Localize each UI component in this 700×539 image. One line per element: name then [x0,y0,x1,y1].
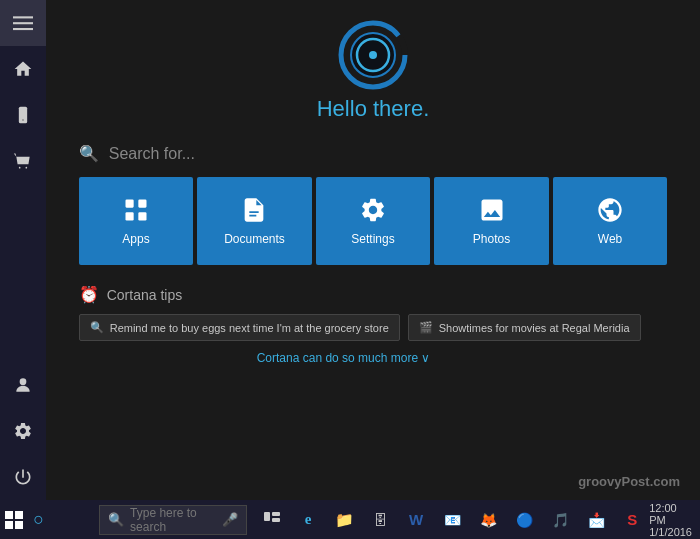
tile-documents-label: Documents [224,232,285,246]
svg-point-5 [20,378,27,385]
quick-access-tiles: Apps Documents Settings Photos [79,177,668,265]
cortana-tips-section: ⏰ Cortana tips 🔍 Remind me to buy eggs n… [79,285,668,365]
sidebar-power[interactable] [0,454,46,500]
svg-rect-15 [5,511,13,519]
sidebar-home[interactable] [0,46,46,92]
tile-settings[interactable]: Settings [316,177,431,265]
svg-rect-13 [125,212,133,220]
taskbar-explorer[interactable]: 📁 [327,503,361,537]
svg-rect-17 [5,521,13,529]
taskbar-search-placeholder: Type here to search [130,506,210,534]
main-content: Hello there. 🔍 Search for... Apps Docume… [46,0,700,500]
tips-pills-container: 🔍 Remind me to buy eggs next time I'm at… [79,314,668,341]
taskbar-s-app[interactable]: S [615,503,649,537]
svg-rect-19 [264,512,270,521]
tips-header-text: Cortana tips [107,287,182,303]
taskbar-search-icon: 🔍 [108,512,124,527]
svg-rect-20 [272,512,280,516]
watermark: groovyPost.com [578,474,680,489]
tile-photos-label: Photos [473,232,510,246]
sidebar [0,0,46,500]
cortana-logo-area: Hello there. [317,20,430,134]
tile-apps-label: Apps [122,232,149,246]
sidebar-store[interactable] [0,138,46,184]
taskbar-app-icons: e 📁 🗄 W 📧 🦊 🔵 🎵 📩 S [255,503,649,537]
search-icon: 🔍 [79,144,99,163]
svg-rect-18 [15,521,23,529]
tile-settings-label: Settings [351,232,394,246]
mic-icon: 🎤 [222,512,238,527]
svg-rect-3 [19,107,27,124]
sidebar-hamburger[interactable] [0,0,46,46]
taskbar-mail[interactable]: 📩 [579,503,613,537]
search-placeholder-text: Search for... [109,145,195,163]
sidebar-account[interactable] [0,362,46,408]
tip-pill-1[interactable]: 🎬 Showtimes for movies at Regal Meridia [408,314,641,341]
cortana-tips-header: ⏰ Cortana tips [79,285,668,304]
svg-point-4 [22,119,24,121]
sidebar-settings[interactable] [0,408,46,454]
start-button[interactable] [0,500,28,539]
svg-rect-21 [272,518,280,522]
tip-1-text: Showtimes for movies at Regal Meridia [439,322,630,334]
taskbar-word[interactable]: W [399,503,433,537]
cortana-logo [338,20,408,90]
cortana-taskbar-button[interactable]: ○ [28,503,49,537]
svg-rect-11 [125,200,133,208]
svg-rect-0 [13,16,33,18]
svg-rect-1 [13,22,33,24]
svg-rect-2 [13,28,33,30]
taskbar: ○ 🔍 Type here to search 🎤 e 📁 🗄 W 📧 🦊 🔵 … [0,500,700,539]
tip-1-icon: 🎬 [419,321,433,334]
taskbar-time: 12:00 PM1/1/2016 [649,502,692,538]
taskbar-outlook[interactable]: 📧 [435,503,469,537]
tip-0-icon: 🔍 [90,321,104,334]
tip-pill-0[interactable]: 🔍 Remind me to buy eggs next time I'm at… [79,314,400,341]
taskbar-search-box[interactable]: 🔍 Type here to search 🎤 [99,505,247,535]
sidebar-phone[interactable] [0,92,46,138]
tile-web[interactable]: Web [553,177,668,265]
taskbar-edge[interactable]: e [291,503,325,537]
tile-documents[interactable]: Documents [197,177,312,265]
svg-rect-14 [138,212,146,220]
taskbar-music[interactable]: 🎵 [543,503,577,537]
taskbar-firefox[interactable]: 🦊 [471,503,505,537]
taskbar-right-area: 12:00 PM1/1/2016 [649,502,700,538]
top-search-bar[interactable]: 🔍 Search for... [79,144,668,163]
svg-rect-16 [15,511,23,519]
svg-point-10 [369,51,377,59]
tile-photos[interactable]: Photos [434,177,549,265]
tile-apps[interactable]: Apps [79,177,194,265]
taskbar-chrome[interactable]: 🔵 [507,503,541,537]
tip-0-text: Remind me to buy eggs next time I'm at t… [110,322,389,334]
svg-rect-12 [138,200,146,208]
cortana-more-link[interactable]: Cortana can do so much more ∨ [79,351,609,365]
taskbar-store2[interactable]: 🗄 [363,503,397,537]
cortana-greeting: Hello there. [317,96,430,122]
taskbar-task-view[interactable] [255,503,289,537]
tile-web-label: Web [598,232,622,246]
clock-icon: ⏰ [79,285,99,304]
